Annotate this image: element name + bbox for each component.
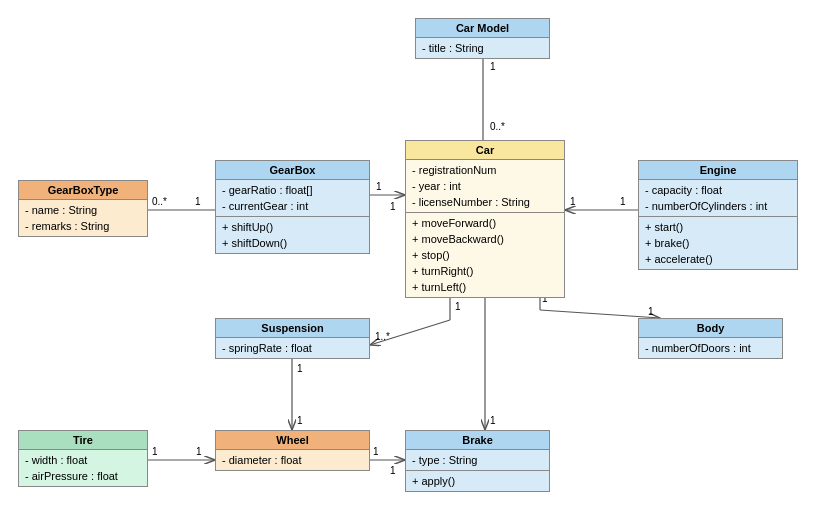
engine-attr-0: - capacity : float: [645, 182, 791, 198]
label-sw2: 1: [297, 415, 303, 426]
car-method-3: + turnRight(): [412, 263, 558, 279]
wheel-box: Wheel - diameter : float: [215, 430, 370, 471]
engine-method-2: + accelerate(): [645, 251, 791, 267]
car-header: Car: [406, 141, 564, 160]
car-attr-2: - licenseNumber : String: [412, 194, 558, 210]
label-0star: 0..*: [490, 121, 505, 132]
engine-attrs: - capacity : float - numberOfCylinders :…: [639, 180, 797, 217]
brake-header: Brake: [406, 431, 549, 450]
carmodel-attrs: - title : String: [416, 38, 549, 58]
car-method-2: + stop(): [412, 247, 558, 263]
brake-attr-0: - type : String: [412, 452, 543, 468]
gearbox-methods: + shiftUp() + shiftDown(): [216, 217, 369, 253]
carmodel-box: Car Model - title : String: [415, 18, 550, 59]
car-method-1: + moveBackward(): [412, 231, 558, 247]
wheel-attr-0: - diameter : float: [222, 452, 363, 468]
brake-box: Brake - type : String + apply(): [405, 430, 550, 492]
gearbox-method-1: + shiftDown(): [222, 235, 363, 251]
label-eng2: 1: [570, 196, 576, 207]
gearboxtype-header: GearBoxType: [19, 181, 147, 200]
brake-method-0: + apply(): [412, 473, 543, 489]
engine-attr-1: - numberOfCylinders : int: [645, 198, 791, 214]
label-1a: 1: [490, 61, 496, 72]
body-attrs: - numberOfDoors : int: [639, 338, 782, 358]
gearbox-attrs: - gearRatio : float[] - currentGear : in…: [216, 180, 369, 217]
label-susp2: 1: [455, 301, 461, 312]
label-wb2: 1: [390, 465, 396, 476]
tire-attr-0: - width : float: [25, 452, 141, 468]
gearbox-attr-1: - currentGear : int: [222, 198, 363, 214]
label-wb1: 1: [373, 446, 379, 457]
engine-method-1: + brake(): [645, 235, 791, 251]
gearboxtype-attrs: - name : String - remarks : String: [19, 200, 147, 236]
uml-diagram: 1 0..* 1 1 0..* 1 1 1 1..* 1 1 1 1 1 1 1: [0, 0, 819, 525]
car-method-4: + turnLeft(): [412, 279, 558, 295]
car-attrs: - registrationNum - year : int - license…: [406, 160, 564, 213]
tire-attrs: - width : float - airPressure : float: [19, 450, 147, 486]
suspension-box: Suspension - springRate : float: [215, 318, 370, 359]
brake-methods: + apply(): [406, 471, 549, 491]
engine-header: Engine: [639, 161, 797, 180]
suspension-header: Suspension: [216, 319, 369, 338]
tire-attr-1: - airPressure : float: [25, 468, 141, 484]
suspension-attrs: - springRate : float: [216, 338, 369, 358]
svg-line-9: [540, 310, 660, 318]
label-tire1: 1: [152, 446, 158, 457]
engine-methods: + start() + brake() + accelerate(): [639, 217, 797, 269]
gearboxtype-attr-1: - remarks : String: [25, 218, 141, 234]
car-box: Car - registrationNum - year : int - lic…: [405, 140, 565, 298]
car-attr-0: - registrationNum: [412, 162, 558, 178]
brake-attrs: - type : String: [406, 450, 549, 471]
label-gbt1: 0..*: [152, 196, 167, 207]
tire-header: Tire: [19, 431, 147, 450]
label-eng1: 1: [620, 196, 626, 207]
carmodel-attr-0: - title : String: [422, 40, 543, 56]
suspension-attr-0: - springRate : float: [222, 340, 363, 356]
car-attr-1: - year : int: [412, 178, 558, 194]
label-body1: 1: [648, 306, 654, 317]
gearbox-box: GearBox - gearRatio : float[] - currentG…: [215, 160, 370, 254]
gearbox-attr-0: - gearRatio : float[]: [222, 182, 363, 198]
engine-method-0: + start(): [645, 219, 791, 235]
label-sw1: 1: [297, 363, 303, 374]
label-gb-car2: 1: [390, 201, 396, 212]
label-tire2: 1: [196, 446, 202, 457]
wheel-attrs: - diameter : float: [216, 450, 369, 470]
tire-box: Tire - width : float - airPressure : flo…: [18, 430, 148, 487]
label-gb-car: 1: [376, 181, 382, 192]
body-attr-0: - numberOfDoors : int: [645, 340, 776, 356]
gearboxtype-attr-0: - name : String: [25, 202, 141, 218]
gearboxtype-box: GearBoxType - name : String - remarks : …: [18, 180, 148, 237]
body-header: Body: [639, 319, 782, 338]
engine-box: Engine - capacity : float - numberOfCyli…: [638, 160, 798, 270]
wheel-header: Wheel: [216, 431, 369, 450]
body-box: Body - numberOfDoors : int: [638, 318, 783, 359]
gearbox-method-0: + shiftUp(): [222, 219, 363, 235]
car-method-0: + moveForward(): [412, 215, 558, 231]
svg-line-7: [370, 320, 450, 345]
car-methods: + moveForward() + moveBackward() + stop(…: [406, 213, 564, 297]
label-brake2: 1: [490, 415, 496, 426]
carmodel-header: Car Model: [416, 19, 549, 38]
gearbox-header: GearBox: [216, 161, 369, 180]
label-susp1: 1..*: [375, 331, 390, 342]
label-gbt2: 1: [195, 196, 201, 207]
